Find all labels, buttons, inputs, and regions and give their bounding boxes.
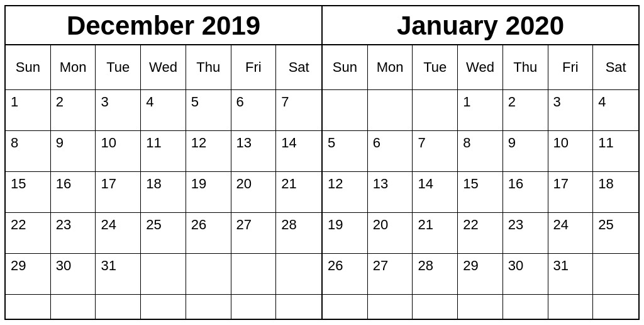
day-header-wed: Wed — [458, 45, 503, 90]
day-cell[interactable]: 12 — [323, 172, 368, 213]
day-cell[interactable]: 7 — [276, 90, 321, 131]
day-cell[interactable]: 15 — [6, 172, 51, 213]
day-cell[interactable]: 17 — [548, 172, 594, 213]
december-grid: SunMonTueWedThuFriSat1234567891011121314… — [6, 45, 321, 319]
day-cell[interactable]: 30 — [503, 254, 548, 295]
day-cell[interactable]: 28 — [413, 254, 458, 295]
day-cell[interactable]: 31 — [548, 254, 594, 295]
day-header-thu: Thu — [503, 45, 548, 90]
day-cell[interactable]: 26 — [323, 254, 368, 295]
day-cell[interactable]: 6 — [368, 131, 413, 172]
day-cell[interactable]: 2 — [51, 90, 96, 131]
day-cell[interactable]: 10 — [548, 131, 594, 172]
day-cell[interactable]: 17 — [96, 172, 141, 213]
day-cell[interactable]: 7 — [413, 131, 458, 172]
day-cell[interactable]: 30 — [51, 254, 96, 295]
day-cell — [276, 295, 321, 319]
day-cell[interactable]: 8 — [458, 131, 503, 172]
day-header-tue: Tue — [96, 45, 141, 90]
day-cell[interactable]: 12 — [186, 131, 231, 172]
day-cell[interactable]: 27 — [231, 213, 277, 254]
day-cell — [96, 295, 141, 319]
day-cell[interactable]: 21 — [413, 213, 458, 254]
day-header-sun: Sun — [6, 45, 51, 90]
day-cell[interactable]: 16 — [51, 172, 96, 213]
day-cell — [368, 90, 413, 131]
day-cell[interactable]: 11 — [141, 131, 186, 172]
january-title: January 2020 — [323, 6, 638, 45]
day-cell[interactable]: 15 — [458, 172, 503, 213]
day-cell[interactable]: 28 — [276, 213, 321, 254]
day-cell[interactable]: 18 — [593, 172, 638, 213]
day-header-mon: Mon — [51, 45, 96, 90]
day-cell[interactable]: 5 — [186, 90, 231, 131]
day-cell — [413, 90, 458, 131]
day-cell[interactable]: 19 — [186, 172, 231, 213]
day-cell — [141, 295, 186, 319]
day-cell[interactable]: 26 — [186, 213, 231, 254]
day-header-mon: Mon — [368, 45, 413, 90]
day-cell — [593, 295, 638, 319]
day-cell[interactable]: 1 — [458, 90, 503, 131]
day-cell[interactable]: 10 — [96, 131, 141, 172]
day-cell[interactable]: 18 — [141, 172, 186, 213]
day-header-sat: Sat — [593, 45, 638, 90]
day-cell[interactable]: 20 — [231, 172, 277, 213]
day-cell — [231, 295, 277, 319]
day-cell[interactable]: 6 — [231, 90, 277, 131]
day-cell[interactable]: 9 — [503, 131, 548, 172]
day-cell — [141, 254, 186, 295]
day-cell[interactable]: 3 — [548, 90, 594, 131]
day-cell[interactable]: 25 — [141, 213, 186, 254]
day-cell[interactable]: 14 — [413, 172, 458, 213]
day-header-fri: Fri — [548, 45, 594, 90]
day-header-tue: Tue — [413, 45, 458, 90]
day-cell[interactable]: 9 — [51, 131, 96, 172]
day-header-sat: Sat — [276, 45, 321, 90]
day-cell[interactable]: 4 — [141, 90, 186, 131]
calendars-wrapper: December 2019 SunMonTueWedThuFriSat12345… — [4, 5, 640, 320]
day-cell[interactable]: 22 — [458, 213, 503, 254]
day-cell[interactable]: 21 — [276, 172, 321, 213]
day-cell[interactable]: 3 — [96, 90, 141, 131]
day-cell[interactable]: 14 — [276, 131, 321, 172]
day-cell[interactable]: 5 — [323, 131, 368, 172]
day-cell[interactable]: 8 — [6, 131, 51, 172]
day-cell[interactable]: 1 — [6, 90, 51, 131]
day-cell — [6, 295, 51, 319]
day-cell[interactable]: 2 — [503, 90, 548, 131]
day-cell[interactable]: 13 — [231, 131, 277, 172]
day-cell[interactable]: 4 — [593, 90, 638, 131]
day-cell[interactable]: 25 — [593, 213, 638, 254]
day-cell — [368, 295, 413, 319]
day-cell — [186, 254, 231, 295]
day-cell — [186, 295, 231, 319]
day-cell[interactable]: 16 — [503, 172, 548, 213]
day-cell[interactable]: 29 — [458, 254, 503, 295]
january-calendar: January 2020 SunMonTueWedThuFriSat123456… — [323, 6, 638, 319]
day-cell — [503, 295, 548, 319]
day-header-sun: Sun — [323, 45, 368, 90]
december-title: December 2019 — [6, 6, 321, 45]
december-calendar: December 2019 SunMonTueWedThuFriSat12345… — [6, 6, 323, 319]
day-cell[interactable]: 20 — [368, 213, 413, 254]
day-cell[interactable]: 19 — [323, 213, 368, 254]
day-cell — [231, 254, 277, 295]
day-header-wed: Wed — [141, 45, 186, 90]
day-cell — [458, 295, 503, 319]
day-header-fri: Fri — [231, 45, 277, 90]
day-cell[interactable]: 23 — [51, 213, 96, 254]
day-cell — [413, 295, 458, 319]
day-cell[interactable]: 31 — [96, 254, 141, 295]
day-cell[interactable]: 22 — [6, 213, 51, 254]
day-cell[interactable]: 23 — [503, 213, 548, 254]
day-cell — [276, 254, 321, 295]
january-grid: SunMonTueWedThuFriSat1234567891011121314… — [323, 45, 638, 319]
day-cell[interactable]: 24 — [96, 213, 141, 254]
day-cell[interactable]: 11 — [593, 131, 638, 172]
day-cell[interactable]: 13 — [368, 172, 413, 213]
day-cell[interactable]: 29 — [6, 254, 51, 295]
day-cell[interactable]: 27 — [368, 254, 413, 295]
day-cell — [548, 295, 594, 319]
day-cell[interactable]: 24 — [548, 213, 594, 254]
